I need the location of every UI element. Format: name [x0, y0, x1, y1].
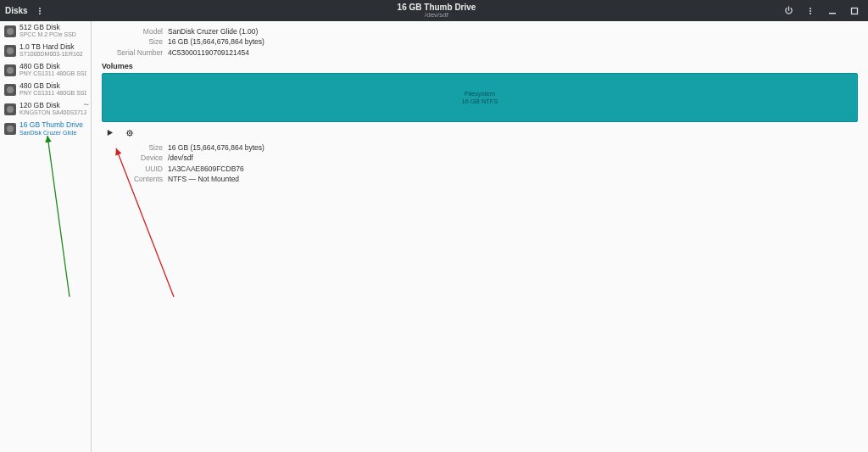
sidebar-disk-4[interactable]: 120 GB Disk KINGSTON SA400S37120G	[0, 99, 91, 119]
disk-name: 512 GB Disk	[19, 24, 76, 31]
size-value: 16 GB (15,664,676,864 bytes)	[168, 36, 264, 47]
volume-actions	[102, 122, 858, 142]
vol-size-row: Size 16 GB (15,664,676,864 bytes)	[102, 142, 858, 153]
activity-indicator-icon: ∼	[83, 100, 90, 109]
sidebar-disk-5[interactable]: 16 GB Thumb Drive SanDisk Cruzer Glide	[0, 119, 91, 138]
svg-point-9	[129, 132, 131, 134]
serial-value: 4C530001190709121454	[168, 47, 249, 58]
disk-name: 120 GB Disk	[19, 102, 86, 109]
disk-model: ST1000DM003-1ER162	[19, 51, 83, 58]
disk-model: PNY CS1311 480GB SSD	[19, 90, 86, 97]
vol-uuid-value: 1A3CAAE8609FCDB76	[168, 164, 244, 174]
svg-point-4	[810, 10, 811, 12]
mount-button[interactable]	[103, 127, 115, 139]
drive-menu-icon[interactable]	[804, 4, 817, 18]
size-row: Size 16 GB (15,664,676,864 bytes)	[102, 36, 858, 47]
header-center: 16 GB Thumb Drive /dev/sdf	[92, 3, 782, 20]
vol-device-label: Device	[102, 153, 163, 163]
svg-rect-7	[852, 8, 858, 14]
vol-size-value: 16 GB (15,664,676,864 bytes)	[168, 142, 264, 153]
vol-contents-value: NTFS — Not Mounted	[168, 174, 239, 184]
disk-name: 16 GB Thumb Drive	[19, 121, 83, 129]
vol-contents-label: Contents	[102, 174, 163, 184]
sidebar-disk-2[interactable]: 480 GB Disk PNY CS1311 480GB SSD	[0, 60, 91, 80]
serial-row: Serial Number 4C530001190709121454	[102, 47, 858, 58]
svg-point-3	[810, 8, 811, 9]
header-right	[782, 4, 868, 18]
hdd-icon	[4, 123, 16, 135]
disk-model: PNY CS1311 480GB SSD	[19, 70, 86, 77]
header-subtitle: /dev/sdf	[92, 12, 782, 20]
vol-uuid-row: UUID 1A3CAAE8609FCDB76	[102, 164, 858, 174]
vol-device-value: /dev/sdf	[168, 153, 193, 163]
maximize-icon[interactable]	[848, 4, 861, 18]
model-label: Model	[102, 26, 163, 36]
vol-device-row: Device /dev/sdf	[102, 153, 858, 163]
svg-point-1	[39, 10, 41, 12]
volumes-heading: Volumes	[102, 62, 858, 70]
disk-name: 480 GB Disk	[19, 63, 86, 70]
sidebar-disk-3[interactable]: 480 GB Disk PNY CS1311 480GB SSD	[0, 80, 91, 99]
model-value: SanDisk Cruzer Glide (1.00)	[168, 26, 258, 36]
app-title: Disks	[5, 6, 28, 15]
disk-name: 480 GB Disk	[19, 82, 86, 90]
hdd-icon	[4, 64, 16, 76]
model-row: Model SanDisk Cruzer Glide (1.00)	[102, 26, 858, 36]
hdd-icon	[4, 103, 16, 115]
svg-point-0	[39, 8, 41, 9]
volume-settings-button[interactable]	[124, 127, 136, 139]
power-icon[interactable]	[782, 4, 795, 18]
header-left: Disks	[0, 4, 92, 18]
volume-partition[interactable]: Filesystem 16 GB NTFS	[102, 73, 858, 122]
header-bar: Disks 16 GB Thumb Drive /dev/sdf	[0, 0, 868, 21]
hdd-icon	[4, 84, 16, 96]
svg-point-5	[810, 13, 811, 14]
partition-size: 16 GB NTFS	[462, 98, 498, 105]
disk-model: SanDisk Cruzer Glide	[19, 130, 83, 137]
svg-point-2	[39, 13, 41, 14]
app-menu-button[interactable]	[33, 4, 47, 18]
minimize-icon[interactable]	[826, 4, 839, 18]
header-title: 16 GB Thumb Drive	[92, 3, 782, 12]
partition-name: Filesystem	[465, 90, 495, 98]
svg-rect-6	[829, 13, 836, 14]
hdd-icon	[4, 25, 16, 37]
sidebar-disk-0[interactable]: 512 GB Disk SPCC M.2 PCIe SSD	[0, 21, 91, 41]
sidebar-disk-1[interactable]: 1.0 TB Hard Disk ST1000DM003-1ER162	[0, 41, 91, 60]
disk-name: 1.0 TB Hard Disk	[19, 43, 83, 51]
vol-uuid-label: UUID	[102, 164, 163, 174]
disk-sidebar: 512 GB Disk SPCC M.2 PCIe SSD 1.0 TB Har…	[0, 21, 92, 452]
vol-contents-row: Contents NTFS — Not Mounted	[102, 174, 858, 184]
hdd-icon	[4, 45, 16, 57]
disk-model: KINGSTON SA400S37120G	[19, 109, 86, 116]
serial-label: Serial Number	[102, 47, 163, 58]
disk-model: SPCC M.2 PCIe SSD	[19, 31, 76, 38]
size-label: Size	[102, 36, 163, 47]
vol-size-label: Size	[102, 142, 163, 153]
main-panel: Model SanDisk Cruzer Glide (1.00) Size 1…	[92, 21, 868, 452]
